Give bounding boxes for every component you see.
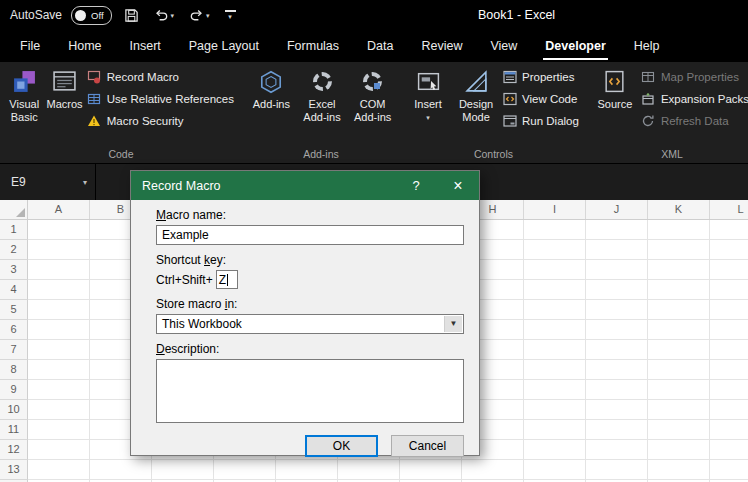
tab-insert[interactable]: Insert	[116, 30, 175, 62]
save-button[interactable]	[121, 6, 142, 25]
ok-button[interactable]: OK	[305, 435, 378, 457]
expansion-packs-icon	[641, 92, 656, 107]
properties-button[interactable]: Properties	[500, 66, 585, 88]
ribbon-group-controls: Insert ▾ Design Mode	[400, 62, 587, 163]
group-name-code: Code	[0, 146, 242, 163]
record-macro-dialog: Record Macro ? × Macro name: Example Sho…	[130, 170, 480, 456]
redo-button[interactable]: ▾	[186, 6, 213, 25]
com-add-ins-button[interactable]: COM Add-ins	[347, 65, 398, 126]
row-header[interactable]: 10	[0, 400, 28, 420]
xml-small-buttons: Map Properties Expansion Packs	[639, 65, 748, 132]
group-name-addins: Add-ins	[242, 146, 400, 163]
macro-security-button[interactable]: Macro Security	[85, 110, 240, 132]
name-box[interactable]: E9 ▾	[0, 164, 96, 200]
run-dialog-icon	[502, 114, 517, 129]
add-ins-button[interactable]: Add-ins	[246, 65, 297, 114]
tab-formulas[interactable]: Formulas	[273, 30, 353, 62]
macro-name-input[interactable]: Example	[156, 225, 464, 245]
column-header[interactable]: K	[648, 200, 710, 219]
redo-icon	[189, 8, 204, 23]
row-header[interactable]: 7	[0, 340, 28, 360]
row-header[interactable]: 11	[0, 420, 28, 440]
column-header[interactable]: A	[28, 200, 90, 219]
row-header[interactable]: 5	[0, 300, 28, 320]
autosave-state: Off	[91, 10, 104, 21]
code-small-buttons: Record Macro Use Relative References	[85, 65, 240, 132]
help-icon: ?	[412, 178, 419, 193]
text-cursor	[227, 274, 228, 286]
description-input[interactable]	[156, 359, 464, 423]
insert-control-icon	[416, 68, 441, 95]
undo-button[interactable]: ▾	[151, 6, 178, 25]
row-header[interactable]: 9	[0, 380, 28, 400]
row-header[interactable]: 13	[0, 460, 28, 480]
excel-window: AutoSave Off	[0, 0, 748, 482]
document-title: Book1 - Excel	[478, 0, 555, 30]
row-header[interactable]: 1	[0, 220, 28, 240]
tab-review[interactable]: Review	[407, 30, 476, 62]
ribbon-group-addins: Add-ins Excel Add-ins COM Add-ins Add-in…	[242, 62, 400, 163]
run-dialog-button[interactable]: Run Dialog	[500, 110, 585, 132]
store-macro-in-dropdown[interactable]: This Workbook ▼	[156, 314, 464, 334]
relative-references-icon	[87, 92, 102, 107]
dialog-close-button[interactable]: ×	[437, 171, 479, 200]
insert-control-button[interactable]: Insert ▾	[404, 65, 452, 124]
excel-add-ins-button[interactable]: Excel Add-ins	[297, 65, 348, 126]
row-header[interactable]: 12	[0, 440, 28, 460]
add-ins-hexagon-icon	[258, 68, 284, 95]
macros-button[interactable]: Macros	[44, 65, 84, 114]
quick-access-toolbar: AutoSave Off	[0, 6, 239, 25]
tab-page-layout[interactable]: Page Layout	[175, 30, 273, 62]
properties-icon	[502, 70, 517, 85]
tab-file[interactable]: File	[6, 30, 54, 62]
tab-help[interactable]: Help	[620, 30, 674, 62]
refresh-data-button[interactable]: Refresh Data	[639, 110, 748, 132]
column-header[interactable]: I	[524, 200, 586, 219]
chevron-down-icon: ▾	[83, 178, 87, 187]
expansion-packs-button[interactable]: Expansion Packs	[639, 88, 748, 110]
row-header[interactable]: 4	[0, 280, 28, 300]
com-gear-icon	[363, 68, 382, 95]
select-all-triangle-icon	[16, 208, 25, 217]
design-mode-button[interactable]: Design Mode	[452, 65, 500, 126]
tab-data[interactable]: Data	[353, 30, 407, 62]
macros-icon	[52, 68, 77, 95]
use-relative-references-button[interactable]: Use Relative References	[85, 88, 240, 110]
row-header[interactable]: 8	[0, 360, 28, 380]
macro-name-label: Macro name:	[156, 208, 464, 222]
tab-developer[interactable]: Developer	[531, 30, 619, 62]
ribbon-group-xml: Source Map Properties	[587, 62, 748, 163]
source-button[interactable]: Source	[591, 65, 639, 114]
tab-view[interactable]: View	[476, 30, 531, 62]
dialog-help-button[interactable]: ?	[395, 171, 437, 200]
design-mode-icon	[464, 68, 489, 95]
titlebar: AutoSave Off	[0, 0, 748, 30]
map-properties-button[interactable]: Map Properties	[639, 66, 748, 88]
row-header[interactable]: 3	[0, 260, 28, 280]
dropdown-arrow-button[interactable]: ▼	[444, 316, 462, 332]
tab-home[interactable]: Home	[54, 30, 115, 62]
row-header[interactable]: 6	[0, 320, 28, 340]
dialog-buttons: OK Cancel	[156, 435, 464, 457]
view-code-button[interactable]: View Code	[500, 88, 585, 110]
chevron-down-icon: ▾	[206, 12, 210, 19]
column-header[interactable]: J	[586, 200, 648, 219]
visual-basic-button[interactable]: Visual Basic	[4, 65, 44, 126]
select-all-button[interactable]	[0, 200, 28, 219]
row-header[interactable]: 2	[0, 240, 28, 260]
customize-quick-access-button[interactable]: ▾	[222, 8, 239, 22]
group-name-xml: XML	[587, 146, 748, 163]
dialog-title: Record Macro	[131, 179, 395, 193]
gear-icon	[313, 68, 332, 95]
record-macro-button[interactable]: Record Macro	[85, 66, 240, 88]
map-properties-icon	[641, 70, 656, 85]
cancel-button[interactable]: Cancel	[391, 435, 464, 457]
view-code-icon	[502, 92, 517, 107]
save-icon	[124, 8, 139, 23]
shortcut-key-input[interactable]: Z	[216, 270, 238, 289]
group-name-controls: Controls	[400, 146, 587, 163]
dialog-titlebar: Record Macro ? ×	[131, 171, 479, 200]
column-header[interactable]: L	[710, 200, 748, 219]
autosave-toggle[interactable]: Off	[71, 6, 112, 25]
dialog-body: Macro name: Example Shortcut key: Ctrl+S…	[131, 200, 479, 467]
